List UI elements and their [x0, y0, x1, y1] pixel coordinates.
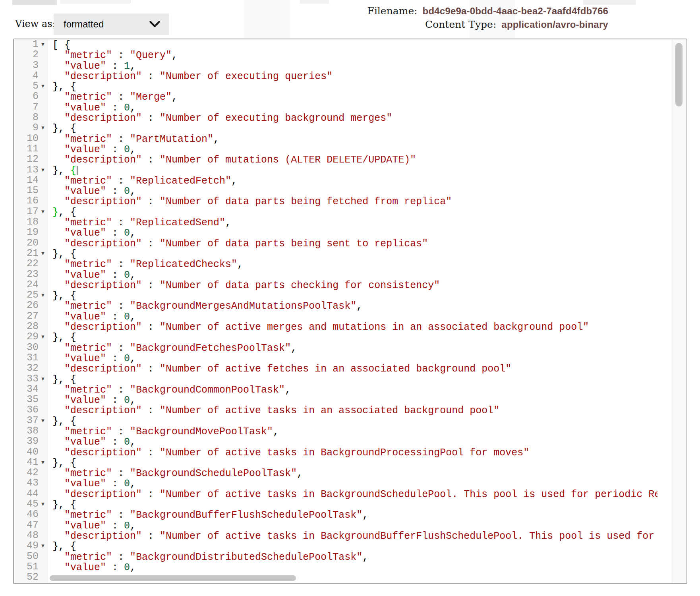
json-string-token: "value"	[64, 102, 106, 114]
code-line[interactable]: "metric" : "ReplicatedSend",	[52, 218, 657, 228]
code-line[interactable]: "description" : "Number of data parts be…	[52, 197, 657, 207]
code-line[interactable]: "value" : 0,	[52, 145, 657, 155]
code-line[interactable]: "description" : "Number of executing que…	[52, 72, 657, 82]
code-line[interactable]: }, {	[52, 333, 657, 343]
gutter-row: 6	[14, 91, 48, 102]
vertical-scrollbar[interactable]	[672, 39, 686, 583]
code-line[interactable]: }, {	[52, 291, 657, 301]
gutter-row: 31	[14, 353, 48, 363]
code-line[interactable]: "value" : 1,	[52, 61, 657, 72]
json-string-token: "description"	[64, 363, 142, 375]
line-number: 31	[14, 353, 39, 363]
code-line[interactable]: "value" : 0,	[52, 270, 657, 281]
code-line[interactable]: "description" : "Number of active tasks …	[52, 531, 657, 542]
code-line[interactable]: "metric" : "Merge",	[52, 92, 657, 103]
code-line[interactable]: "description" : "Number of data parts be…	[52, 239, 657, 249]
code-line[interactable]: }, {	[52, 249, 657, 259]
code-line[interactable]: "metric" : "ReplicatedFetch",	[52, 176, 657, 186]
json-string-token: "Number of executing background merges"	[160, 112, 392, 124]
code-line[interactable]: "description" : "Number of executing bac…	[52, 113, 657, 124]
code-line[interactable]: }, {	[52, 416, 657, 427]
code-line[interactable]: "value" : 0,	[52, 354, 657, 364]
code-area[interactable]: [ { "metric" : "Query", "value" : 1, "de…	[14, 40, 657, 583]
line-number: 17	[14, 207, 39, 217]
code-line[interactable]: "metric" : "BackgroundFetchesPoolTask",	[52, 343, 657, 354]
json-string-token: "Number of active merges and mutations i…	[160, 321, 589, 333]
fold-open-icon[interactable]: ▼	[39, 81, 47, 91]
json-string-token: "value"	[64, 269, 106, 281]
code-line[interactable]: }, {	[52, 500, 657, 510]
json-number-token: 0	[124, 269, 130, 281]
gutter-row: 16	[14, 196, 48, 206]
code-line[interactable]: "description" : "Number of active fetche…	[52, 364, 657, 374]
fold-open-icon[interactable]: ▼	[39, 457, 47, 468]
code-line[interactable]: }, {	[52, 124, 657, 134]
punctuation-token	[52, 520, 64, 532]
code-line[interactable]: "description" : "Number of active merges…	[52, 322, 657, 333]
code-line[interactable]: "metric" : "Query",	[52, 50, 657, 61]
fold-open-icon[interactable]: ▼	[39, 290, 47, 300]
gutter-row: 19	[14, 227, 48, 238]
json-string-token: "description"	[64, 530, 142, 542]
code-line[interactable]: "metric" : "BackgroundSchedulePoolTask",	[52, 468, 657, 479]
fold-open-icon[interactable]: ▼	[39, 123, 47, 133]
punctuation-token: :	[142, 489, 160, 500]
code-line[interactable]: "description" : "Number of mutations (AL…	[52, 155, 657, 165]
code-line[interactable]: "metric" : "PartMutation",	[52, 134, 657, 145]
code-line[interactable]: "metric" : "BackgroundBufferFlushSchedul…	[52, 510, 657, 521]
code-line[interactable]: }, {	[52, 542, 657, 552]
punctuation-token	[52, 436, 64, 448]
code-line[interactable]: }, {	[52, 207, 657, 218]
matching-bracket-token: {	[70, 165, 76, 176]
code-line[interactable]: "value" : 0,	[52, 312, 657, 322]
code-line[interactable]: }, {	[52, 82, 657, 92]
code-line[interactable]: }, {	[52, 375, 657, 385]
punctuation-token	[52, 154, 64, 166]
fold-open-icon[interactable]: ▼	[39, 165, 47, 175]
gutter-row: 8	[14, 112, 48, 123]
punctuation-token: ,	[130, 60, 136, 72]
code-line[interactable]: "value" : 0,	[52, 437, 657, 447]
fold-open-icon[interactable]: ▼	[39, 541, 47, 551]
code-line[interactable]: "description" : "Number of active tasks …	[52, 406, 657, 416]
code-line[interactable]: "metric" : "BackgroundMergesAndMutations…	[52, 301, 657, 312]
code-line[interactable]: "description" : "Number of data parts ch…	[52, 281, 657, 291]
fold-open-icon[interactable]: ▼	[39, 39, 47, 50]
code-line[interactable]: "description" : "Number of active tasks …	[52, 490, 657, 500]
fold-open-icon[interactable]: ▼	[39, 499, 47, 509]
code-line[interactable]: "value" : 0,	[52, 228, 657, 238]
code-line[interactable]: }, {	[52, 166, 657, 176]
horizontal-scrollbar-thumb[interactable]	[50, 575, 296, 581]
vertical-scrollbar-thumb[interactable]	[675, 43, 683, 106]
punctuation-token: :	[112, 468, 130, 479]
fold-open-icon[interactable]: ▼	[39, 332, 47, 342]
code-line[interactable]: "value" : 0,	[52, 395, 657, 406]
code-line[interactable]: "description" : "Number of active tasks …	[52, 448, 657, 458]
code-line[interactable]: "value" : 0,	[52, 563, 657, 573]
code-line[interactable]: "metric" : "BackgroundCommonPoolTask",	[52, 385, 657, 395]
fold-open-icon[interactable]: ▼	[39, 416, 47, 426]
code-line[interactable]: "metric" : "BackgroundMovePoolTask",	[52, 427, 657, 437]
code-line[interactable]: }, {	[52, 458, 657, 468]
view-as-select[interactable]: formatted	[54, 14, 169, 35]
line-number-gutter: 1▼2345▼6789▼10111213▼14151617▼18192021▼2…	[14, 39, 48, 583]
fold-open-icon[interactable]: ▼	[39, 248, 47, 259]
fold-open-icon[interactable]: ▼	[39, 207, 47, 217]
punctuation-token	[52, 112, 64, 124]
line-number: 43	[14, 478, 39, 488]
punctuation-token: :	[142, 447, 160, 459]
code-line[interactable]: [ {	[52, 40, 657, 50]
code-line[interactable]: "metric" : "ReplicatedChecks",	[52, 259, 657, 270]
punctuation-token: :	[142, 280, 160, 291]
json-string-token: "Number of data parts checking for consi…	[160, 280, 440, 291]
code-line[interactable]: "value" : 0,	[52, 103, 657, 113]
code-line[interactable]: "value" : 0,	[52, 521, 657, 531]
code-line[interactable]: "value" : 0,	[52, 186, 657, 197]
fold-open-icon[interactable]: ▼	[39, 374, 47, 384]
code-line[interactable]: "value" : 0,	[52, 479, 657, 489]
code-line[interactable]: "metric" : "BackgroundDistributedSchedul…	[52, 552, 657, 563]
gutter-row: 46	[14, 509, 48, 520]
punctuation-token: :	[142, 321, 160, 333]
punctuation-token: :	[112, 509, 130, 521]
line-number: 37	[14, 416, 39, 426]
